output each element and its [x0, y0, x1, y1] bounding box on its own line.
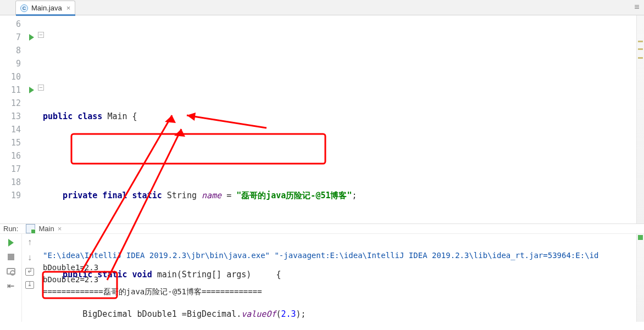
- warning-marker[interactable]: [638, 57, 643, 59]
- console-command-line: "E:\idea\IntelliJ IDEA 2019.2.3\jbr\bin\…: [43, 251, 598, 260]
- line-number: 10: [0, 70, 21, 83]
- warning-marker[interactable]: [638, 41, 643, 42]
- fold-method-icon[interactable]: –: [38, 85, 44, 91]
- line-number: 19: [0, 189, 21, 202]
- line-number: 8: [0, 44, 21, 57]
- run-method-gutter-icon[interactable]: [29, 87, 34, 93]
- fold-class-icon[interactable]: –: [38, 32, 44, 38]
- line-number: 11: [0, 83, 21, 97]
- scroll-to-end-button[interactable]: [25, 281, 34, 289]
- soft-wrap-button[interactable]: [25, 268, 34, 276]
- tab-bar-menu-icon[interactable]: ≡: [632, 2, 642, 12]
- line-number: 13: [0, 110, 21, 123]
- editor-tab-bar: C Main.java × ≡: [0, 0, 644, 15]
- line-number: 6: [0, 18, 21, 31]
- line-number: 14: [0, 123, 21, 136]
- console-scrollbar[interactable]: [636, 234, 644, 322]
- line-number: 17: [0, 163, 21, 176]
- code-line: private final static String name = "磊哥的j…: [38, 189, 644, 202]
- code-editor[interactable]: 6 7 8 9 10 11 12 13 14 15 16 17 18 19 – …: [0, 15, 644, 224]
- console-output-line: bDouble2=2.3: [43, 275, 98, 284]
- line-number: 9: [0, 57, 21, 70]
- run-process-icon: [26, 224, 35, 233]
- line-number: 18: [0, 176, 21, 189]
- close-tab-icon[interactable]: ×: [66, 4, 71, 12]
- line-number: 7: [0, 31, 21, 44]
- warning-marker[interactable]: [638, 48, 643, 50]
- code-line: public class Main {: [38, 110, 644, 123]
- run-tool-window: Run: Main × ⇤ ↑ ↓ "E:\idea\IntelliJ IDEA…: [0, 224, 644, 320]
- console-output-line: bDouble1=2.3: [43, 263, 98, 272]
- code-line: [38, 70, 644, 83]
- line-number: 15: [0, 136, 21, 149]
- code-line: [38, 149, 644, 163]
- file-tab-label: Main.java: [31, 4, 62, 12]
- java-class-icon: C: [20, 4, 28, 12]
- line-number-gutter: 6 7 8 9 10 11 12 13 14 15 16 17 18 19: [0, 15, 24, 330]
- line-number: [0, 202, 21, 215]
- run-console[interactable]: "E:\idea\IntelliJ IDEA 2019.2.3\jbr\bin\…: [37, 234, 644, 322]
- console-status-marker: [638, 235, 643, 240]
- line-number: 16: [0, 149, 21, 163]
- run-class-gutter-icon[interactable]: [29, 34, 34, 41]
- editor-scrollbar[interactable]: [636, 15, 644, 223]
- line-number: 12: [0, 97, 21, 110]
- file-tab-main-java[interactable]: C Main.java ×: [15, 1, 75, 15]
- console-output-line: =============磊哥的java历险记-@51博客===========…: [43, 287, 262, 296]
